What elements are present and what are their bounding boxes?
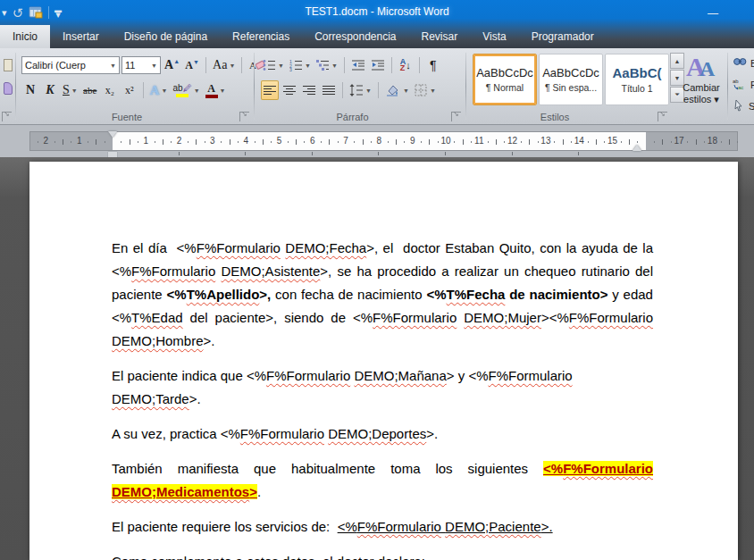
misspelled-text: F%Formulario [131,263,215,279]
ruler-tick [529,139,530,145]
text-run: de nacimiento> [505,287,607,302]
text-run: F%Formulario [488,368,572,383]
subscript-button[interactable]: x₂ [101,80,119,100]
tab-revisar[interactable]: Revisar [409,25,471,48]
bold-button[interactable]: N [21,80,39,100]
ribbon-tab-row: InicioInsertarDiseño de páginaReferencia… [0,25,607,48]
ruler-tick [671,141,672,143]
font-name-combo[interactable]: Calibri (Cuerp ▼ [21,56,120,74]
ruler-tick [429,139,430,145]
shading-button[interactable]: ▼ [383,80,411,100]
tab-insertar[interactable]: Insertar [50,25,112,48]
clipboard-dialog-launcher[interactable] [2,112,12,121]
text-effects-button[interactable]: A ▼ [148,80,170,100]
ribbon: Calibri (Cuerp ▼ 11 ▼ A ▲ A ▼ Aa [0,48,754,125]
ruler-number: 1 [139,136,152,146]
font-color-button[interactable]: A ▼ [204,80,228,100]
edit-item-reemplazar[interactable]: abacReemplazar [733,75,754,94]
sort-button[interactable]: A Z ↓ [397,55,415,75]
text-run: También manifiesta que habitualmente tom… [112,461,543,476]
text-highlight-button[interactable]: ab🖉 ▼ [172,80,202,100]
misspelled-text: T%Fecha [447,287,506,302]
change-case-button[interactable]: Aa ▼ [211,55,237,75]
ruler-tick [687,141,688,143]
ruler-tick [604,141,605,143]
misspelled-text: F%Formulario [569,310,653,325]
ruler-tick [338,141,339,143]
tab-correspondencia[interactable]: Correspondencia [302,25,408,48]
shrink-font-button[interactable]: A ▼ [183,55,201,75]
numbering-button[interactable]: 123 ▼ [288,55,313,75]
italic-button[interactable]: K [41,80,59,100]
paragraph[interactable]: Como complemento a estos datos, el docto… [112,550,653,560]
tab-dise-o-de-p-gina[interactable]: Diseño de página [112,25,220,48]
text-run: T%Fecha [447,287,506,302]
edit-item-seleccionar[interactable]: Seleccionar [733,96,754,115]
underline-button[interactable]: S ▼ [61,80,80,100]
estilos-dialog-launcher[interactable] [658,112,667,121]
edit-item-label: Buscar [750,58,754,69]
window-title: TEST1.docm - Microsoft Word [0,5,754,18]
ruler-tick [255,141,256,143]
multilevel-list-button[interactable]: ▼ [314,55,339,75]
decrease-indent-button[interactable] [349,55,367,75]
minimize-button[interactable]: — [708,10,718,17]
ruler-tick [163,139,163,145]
align-center-button[interactable] [281,80,298,100]
find-icon [733,56,747,71]
grow-font-button[interactable]: A ▲ [163,55,181,75]
superscript-button[interactable]: x² [121,80,138,100]
ruler-tick [230,139,230,145]
text-run: DEMO;Hombre [112,333,204,348]
fuente-dialog-launcher[interactable] [239,112,249,121]
align-left-button[interactable] [261,80,279,100]
paragraph[interactable]: A su vez, practica <%F%Formulario DEMO;D… [112,422,653,446]
paragraph[interactable]: El paciente requiere los servicios de: <… [112,515,653,539]
style-card-t-tulo-1[interactable]: AaBbC(Título 1 [605,54,669,105]
justify-button[interactable] [320,80,338,100]
borders-button[interactable]: ▼ [413,80,438,100]
paragraph[interactable]: También manifiesta que habitualmente tom… [112,457,653,504]
format-painter-icon[interactable] [4,82,13,95]
chevron-down-icon: ▼ [365,88,372,94]
ruler-tick [554,141,555,143]
misspelled-text: DEMO;Hombre [112,333,204,348]
text-run: F%Formulario [197,240,281,255]
paragraph[interactable]: En el día <%F%Formulario DEMO;Fecha>, el… [112,237,653,353]
font-size-combo[interactable]: 11 ▼ [121,56,161,74]
increase-indent-button[interactable] [369,55,387,75]
font-size-value: 11 [125,60,135,71]
show-marks-button[interactable]: ¶ [424,55,442,75]
bullets-button[interactable]: ▼ [261,55,286,75]
tab-programador[interactable]: Programador [519,25,607,48]
tab-inicio[interactable]: Inicio [0,25,50,48]
style-card--sin-espa-[interactable]: AaBbCcDc¶ Sin espa... [539,54,603,105]
edit-item-buscar[interactable]: Buscar [733,54,754,72]
right-indent-marker[interactable] [633,145,641,151]
strikethrough-button[interactable]: abe [81,80,99,100]
tab-referencias[interactable]: Referencias [220,25,302,48]
ruler-tick [88,141,88,143]
ruler-tick [504,141,505,143]
horizontal-ruler[interactable]: 211234567891011121314151718 [29,131,738,151]
style-card--normal[interactable]: AaBbCcDc¶ Normal [473,54,537,105]
paste-icon[interactable] [4,59,13,71]
ruler-tick [454,141,455,143]
ruler-tick [304,141,305,143]
ruler-tick [363,139,364,145]
ruler-number: 4 [239,136,252,146]
parrafo-dialog-launcher[interactable] [451,112,461,121]
text-run: >. [189,391,201,406]
text-run: DEMO;Paciente [445,519,541,534]
document-page[interactable]: En el día <%F%Formulario DEMO;Fecha>, el… [29,162,738,560]
first-line-indent-marker[interactable] [108,131,117,138]
paragraph[interactable]: El paciente indica que <%F%Formulario DE… [112,364,653,411]
group-edicion-partial: BuscarabacReemplazarSeleccionar [731,48,754,124]
ruler-number: 18 [706,136,718,146]
tab-vista[interactable]: Vista [470,25,518,48]
replace-icon: abac [733,78,747,92]
change-styles-button[interactable]: AACambiarestilos ▾ [674,52,729,105]
align-right-button[interactable] [300,80,318,100]
misspelled-text: DEMO;Mujer [464,310,541,325]
line-spacing-button[interactable]: ▼ [348,80,373,100]
